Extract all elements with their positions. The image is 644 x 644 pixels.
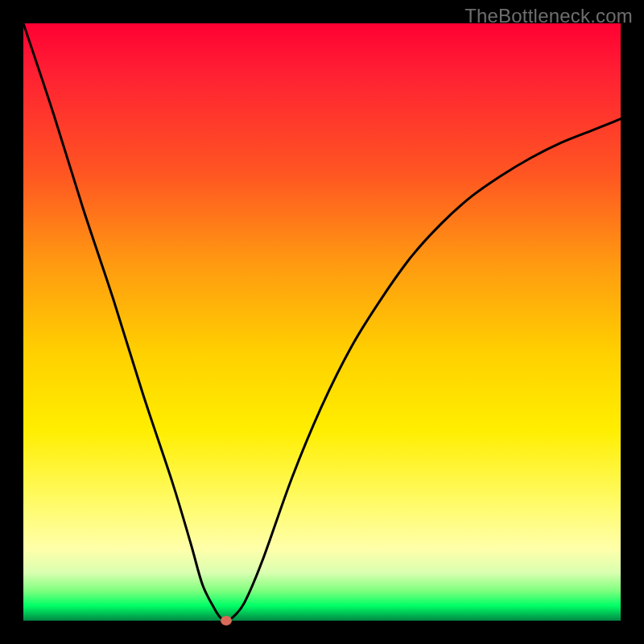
watermark-text: TheBottleneck.com bbox=[464, 5, 633, 27]
bottleneck-curve bbox=[23, 23, 621, 621]
chart-frame: TheBottleneck.com bbox=[0, 0, 644, 644]
curve-path bbox=[23, 23, 621, 621]
optimal-point-marker bbox=[221, 616, 232, 625]
plot-area bbox=[23, 23, 621, 621]
